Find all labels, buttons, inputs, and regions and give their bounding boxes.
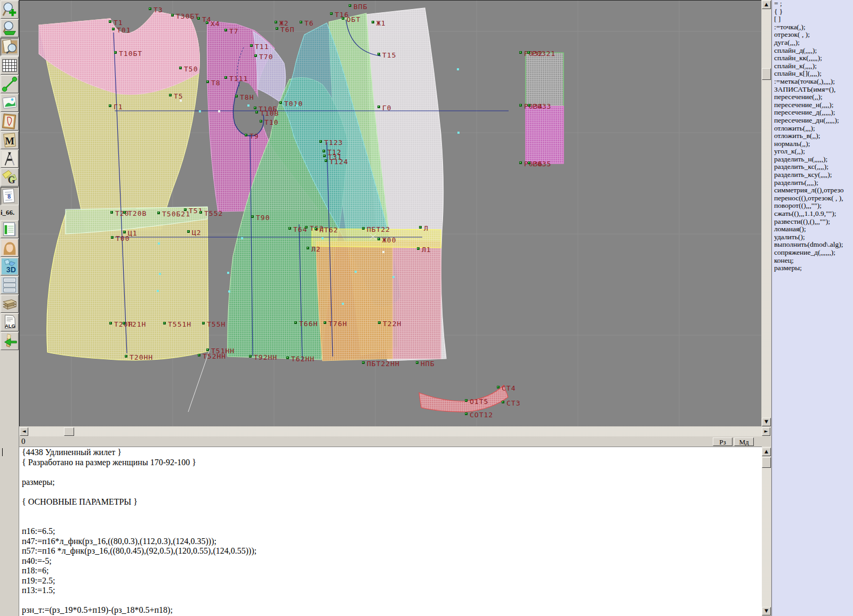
drawing-canvas[interactable]: Т3Т30БТТ4Х4Т1Т01Т10БТТ7Т11Т70Т50Т111Т8Т5…	[19, 0, 761, 426]
program-editor[interactable]: {4438 Удлиненный жилет } { Разработано н…	[19, 447, 762, 616]
zoom-out-icon	[2, 20, 18, 36]
command-item[interactable]: перенос((),отрезок( , ),	[772, 194, 853, 202]
canvas-svg[interactable]: Т3Т30БТТ4Х4Т1Т01Т10БТТ7Т11Т70Т50Т111Т8Т5…	[20, 1, 761, 426]
canvas-hscroll-thumb[interactable]	[64, 427, 74, 436]
command-item[interactable]: нормаль(,,);	[772, 140, 853, 148]
books-icon-button[interactable]	[1, 295, 19, 313]
command-item[interactable]: отложить(,,,);	[772, 125, 853, 133]
command-item[interactable]: { }	[772, 8, 853, 16]
command-item[interactable]: конец;	[772, 257, 853, 265]
command-item[interactable]: выполнить(dmod\.alg);	[772, 241, 853, 249]
canvas-scroll-down-button[interactable]: ▼	[762, 418, 771, 426]
rz-button[interactable]: Рз	[713, 437, 733, 446]
pattern-card-icon-button[interactable]	[1, 112, 19, 131]
portrait-icon-button[interactable]	[1, 239, 19, 257]
portrait-icon	[2, 240, 18, 256]
three-d-icon-button[interactable]: 3D	[1, 257, 19, 275]
notes-icon: 8	[2, 188, 18, 204]
notes-icon-button[interactable]: 8	[1, 187, 19, 205]
canvas-scroll-left-button[interactable]: ◄	[20, 427, 28, 436]
picture-icon-button[interactable]	[1, 94, 19, 112]
table-icon-button[interactable]	[1, 220, 19, 238]
canvas-label-Л: Л	[424, 224, 429, 232]
editor-vscroll-thumb[interactable]	[762, 457, 771, 468]
helper-dot	[228, 290, 230, 293]
canvas-label-Т15: Т15	[382, 51, 396, 59]
editor-scroll-down-button[interactable]: ▼	[762, 607, 771, 615]
command-item[interactable]: пересечение_дн(,,,,,);	[772, 117, 853, 125]
canvas-label-Т8Н: Т8Н	[240, 93, 254, 101]
command-item[interactable]: отрезок( , );	[772, 31, 853, 39]
canvas-label-СТ4: СТ4	[502, 384, 516, 392]
pattern-piece-detail-rect-gray[interactable]	[526, 53, 564, 106]
command-item[interactable]: ЗАПИСАТЬ(имя=(),	[772, 86, 853, 94]
pattern-piece-lower-panel-orange[interactable]	[316, 241, 393, 361]
helper-dot	[227, 272, 229, 274]
sheets-icon-button[interactable]	[1, 276, 19, 294]
command-item[interactable]: пересечение_д(,,,,,);	[772, 109, 853, 117]
g-letter-icon-button[interactable]: G	[1, 168, 19, 187]
command-item[interactable]: :=метка(точка(,),,,,);	[772, 78, 853, 86]
zoom-in-icon	[2, 2, 18, 18]
command-item[interactable]: = ;	[772, 0, 853, 8]
command-item[interactable]: пересечение_н(,,,,);	[772, 101, 853, 109]
alg-document-icon-button[interactable]: ALG	[1, 313, 19, 331]
command-item[interactable]: удалить();	[772, 233, 853, 241]
command-item[interactable]: поворот((),,,"");	[772, 202, 853, 210]
command-item[interactable]: угол_к(,,);	[772, 148, 853, 156]
canvas-vscroll-thumb[interactable]	[762, 68, 771, 80]
editor-vscrollbar[interactable]	[762, 447, 771, 616]
editor-scroll-up-button[interactable]: ▲	[762, 448, 771, 456]
pattern-piece-lower-panel-rose[interactable]	[393, 240, 441, 359]
m-letter-icon-button[interactable]: M	[1, 131, 19, 149]
exit-icon-button[interactable]	[1, 332, 19, 350]
svg-text:8: 8	[7, 192, 11, 200]
segment-icon-button[interactable]	[1, 75, 19, 93]
command-item[interactable]: сплайн_к[](,,,,);	[772, 70, 853, 78]
command-item[interactable]: сплайн_д(,,,,);	[772, 47, 853, 55]
command-item[interactable]: [ ]	[772, 15, 853, 23]
grid-icon-button[interactable]	[1, 56, 19, 75]
toolbar-index-label: i_66.	[1, 206, 19, 220]
command-item[interactable]: симметрия_л((),отрезо	[772, 187, 853, 194]
canvas-label-О1Т5: О1Т5	[470, 398, 488, 406]
dividers-icon-button[interactable]	[1, 150, 19, 168]
command-panel: = ;{ }[ ]:=точка(,);отрезок( , );дуга(,,…	[771, 0, 853, 616]
canvas-label-Т5: Т5	[174, 92, 183, 100]
canvas-vscrollbar[interactable]	[762, 0, 771, 426]
helper-dot	[392, 276, 395, 278]
command-item[interactable]: разделить_н(,,,,,);	[772, 156, 853, 164]
md-button[interactable]: Мд	[734, 437, 754, 446]
command-item[interactable]: сжать((),,,1.1,0.9,"");	[772, 210, 853, 218]
canvas-label-Т66Н: Т66Н	[299, 320, 318, 328]
canvas-scroll-up-button[interactable]: ▲	[762, 1, 771, 9]
canvas-label-Т30БТ: Т30БТ	[176, 12, 199, 20]
canvas-label-Т123: Т123	[324, 139, 343, 147]
canvas-scroll-right-button[interactable]: ►	[762, 427, 770, 436]
command-item[interactable]: разделить_ксу(,,,,);	[772, 171, 853, 179]
canvas-label-Т00: Т00	[116, 234, 130, 242]
zoom-in-icon-button[interactable]	[1, 1, 19, 19]
command-item[interactable]: ломаная();	[772, 225, 853, 233]
exit-icon	[2, 333, 18, 349]
command-item[interactable]: пересечение(,,);	[772, 93, 853, 101]
canvas-hscrollbar[interactable]	[19, 427, 771, 436]
zoom-out-icon-button[interactable]	[1, 19, 19, 37]
helper-dot	[180, 100, 182, 102]
command-item[interactable]: развести((),(),,,"");	[772, 218, 853, 226]
command-item[interactable]: :=точка(,);	[772, 23, 853, 31]
command-item[interactable]: разделить_кс(,,,,);	[772, 163, 853, 171]
command-item[interactable]: разделить(,,,,);	[772, 179, 853, 187]
command-item[interactable]: сопряжение_д(,,,,,,);	[772, 249, 853, 257]
command-item[interactable]: дуга(,,,);	[772, 39, 853, 47]
preview-document-icon-button[interactable]	[1, 38, 19, 56]
pattern-piece-detail-rect-magenta[interactable]	[526, 106, 564, 164]
canvas-label-Р033: Р033	[533, 102, 551, 110]
command-item[interactable]: сплайн_кк(,,,,,);	[772, 54, 853, 62]
command-item[interactable]: отложить_в(,,);	[772, 132, 853, 140]
command-item[interactable]: сплайн_к(,,,,);	[772, 62, 853, 70]
helper-dot	[218, 110, 220, 112]
command-item[interactable]: размеры;	[772, 264, 853, 272]
canvas-label-СОТ12: СОТ12	[470, 411, 493, 419]
g-letter-icon: G	[2, 169, 18, 185]
